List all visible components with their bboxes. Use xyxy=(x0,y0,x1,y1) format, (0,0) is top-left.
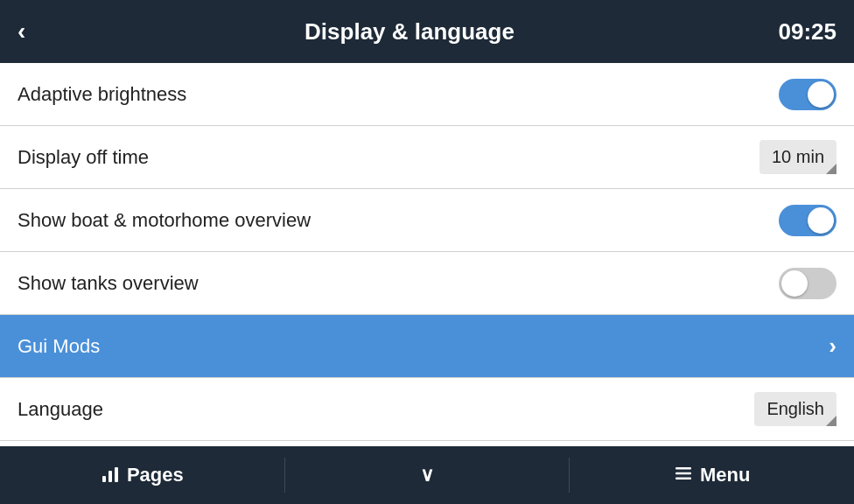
language-value: English xyxy=(766,399,824,419)
show-tanks-overview-row: Show tanks overview xyxy=(0,252,854,315)
display-off-time-label: Display off time xyxy=(18,146,149,169)
pages-nav-item[interactable]: Pages xyxy=(0,446,284,504)
language-dropdown-wrapper: English xyxy=(754,392,836,426)
screen: ‹ Display & language 09:25 Adaptive brig… xyxy=(0,0,854,504)
show-boat-motorhome-label: Show boat & motorhome overview xyxy=(18,209,311,232)
chevron-nav-item[interactable]: ∨ xyxy=(285,446,570,504)
bottom-nav: Pages ∨ Menu xyxy=(0,446,854,504)
svg-rect-5 xyxy=(676,477,691,480)
menu-nav-item[interactable]: Menu xyxy=(570,446,854,504)
language-label: Language xyxy=(18,398,103,421)
dropdown-corner-indicator xyxy=(826,164,836,174)
gui-mods-row[interactable]: Gui Mods › xyxy=(0,315,854,378)
dropdown-corner-indicator xyxy=(826,416,836,426)
svg-rect-4 xyxy=(676,472,691,474)
language-dropdown[interactable]: English xyxy=(754,392,836,426)
chevron-right-icon: › xyxy=(829,332,836,360)
display-off-time-value: 10 min xyxy=(772,147,824,167)
svg-rect-1 xyxy=(108,471,112,482)
chevron-down-label: ∨ xyxy=(420,464,434,486)
show-tanks-overview-toggle[interactable] xyxy=(779,268,836,299)
adaptive-brightness-toggle[interactable] xyxy=(779,79,836,110)
back-button[interactable]: ‹ xyxy=(18,18,52,46)
display-off-time-dropdown[interactable]: 10 min xyxy=(760,140,836,174)
display-off-time-row: Display off time 10 min xyxy=(0,126,854,189)
header: ‹ Display & language 09:25 xyxy=(0,0,854,63)
menu-label: Menu xyxy=(700,464,750,486)
display-off-time-dropdown-wrapper: 10 min xyxy=(760,140,836,174)
show-boat-motorhome-toggle[interactable] xyxy=(779,205,836,236)
svg-rect-3 xyxy=(676,467,691,470)
svg-rect-0 xyxy=(102,476,106,482)
adaptive-brightness-label: Adaptive brightness xyxy=(18,83,186,106)
pages-label: Pages xyxy=(127,464,184,486)
language-row: Language English xyxy=(0,378,854,441)
gui-mods-label: Gui Mods xyxy=(18,335,100,358)
toggle-knob xyxy=(808,81,834,108)
toggle-knob xyxy=(781,270,808,297)
show-boat-motorhome-row: Show boat & motorhome overview xyxy=(0,189,854,252)
settings-list: Adaptive brightness Display off time 10 … xyxy=(0,63,854,446)
pages-icon xyxy=(101,464,120,487)
toggle-knob xyxy=(808,207,834,234)
clock: 09:25 xyxy=(766,18,836,46)
adaptive-brightness-row: Adaptive brightness xyxy=(0,63,854,126)
menu-icon xyxy=(674,464,693,487)
svg-rect-2 xyxy=(115,467,118,482)
show-tanks-overview-label: Show tanks overview xyxy=(18,272,199,295)
page-title: Display & language xyxy=(52,18,766,46)
